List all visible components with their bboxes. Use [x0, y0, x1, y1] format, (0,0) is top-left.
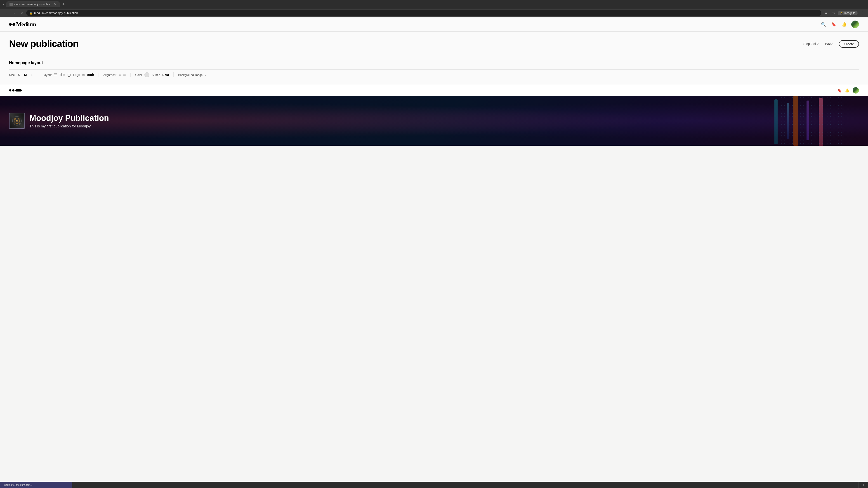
new-pub-section: New publication Step 2 of 2 Back Create — [0, 32, 868, 61]
search-button[interactable]: 🔍 — [820, 21, 827, 28]
url-input[interactable] — [34, 11, 818, 15]
logo-dot-2 — [12, 23, 15, 26]
status-bar: Waiting for medium.com... + — [0, 482, 868, 488]
preview-notifications-icon[interactable]: 🔔 — [845, 88, 849, 93]
alignment-label: Alignment — [103, 73, 116, 76]
layout-control-group: Layout ☰ Title ▢ Logo ⧉ Both — [38, 73, 99, 77]
tab-close-icon[interactable]: ✕ — [54, 3, 57, 6]
logo-dots — [9, 23, 15, 26]
bg-image-control-group: Background image ⌄ — [174, 73, 211, 76]
forward-nav-button[interactable]: → — [11, 10, 17, 16]
color-label: Color — [135, 73, 142, 76]
notifications-button[interactable]: 🔔 — [841, 21, 848, 28]
pub-logo-inner — [9, 113, 24, 128]
alignment-control-group: Alignment ≡ ≣ — [99, 73, 131, 77]
bookmarks-button[interactable]: 🔖 — [831, 21, 837, 28]
tab-title: medium.com/moodjoy-publica... — [14, 3, 52, 6]
status-tab-add-button[interactable]: + — [859, 482, 868, 488]
create-button[interactable]: Create — [839, 40, 859, 48]
medium-logo: Medium — [9, 21, 36, 28]
layout-title-option[interactable]: Title — [59, 73, 65, 76]
preview-medium-logo — [9, 89, 22, 92]
pub-logo-image — [9, 113, 25, 129]
address-bar[interactable]: 🔒 — [26, 10, 821, 16]
size-s-option[interactable]: S — [17, 72, 21, 77]
step-indicator: Step 2 of 2 — [803, 42, 819, 46]
tab-favicon — [9, 3, 13, 6]
align-center-icon[interactable]: ≣ — [123, 73, 126, 77]
new-pub-header: New publication Step 2 of 2 Back Create — [9, 38, 859, 49]
pub-description: This is my first publication for Moodjoy… — [29, 124, 109, 128]
page-content: Medium 🔍 🔖 🔔 New publication Step 2 of 2… — [0, 18, 868, 146]
color-bold-option[interactable]: Bold — [162, 73, 169, 76]
layout-controls: Size S M L Layout ☰ Title ▢ Logo ⧉ Both … — [9, 69, 859, 80]
layout-lines-icon[interactable]: ☰ — [54, 73, 57, 77]
logo-dot-1 — [9, 23, 12, 26]
page-title: New publication — [9, 38, 79, 49]
preview-mini-header: 🔖 🔔 — [0, 85, 868, 96]
medium-header: Medium 🔍 🔖 🔔 — [0, 18, 868, 32]
preview-nav-actions: 🔖 🔔 — [837, 87, 859, 94]
address-bar-row: ← → ✕ 🔒 ★ ▭ 🥷 Incognito ⋮ — [0, 8, 868, 18]
bg-image-dropdown[interactable]: Background image ⌄ — [178, 73, 206, 76]
color-picker[interactable] — [145, 72, 149, 77]
preview-logo-dot-2 — [12, 89, 14, 92]
pub-text-info: Moodjoy Publication This is my first pub… — [29, 113, 109, 128]
layout-label: Layout — [43, 73, 52, 76]
color-control-group: Color Subtle Bold — [131, 72, 174, 77]
browser-chrome: ‹ medium.com/moodjoy-publica... ✕ + ← → … — [0, 0, 868, 18]
publication-hero: Moodjoy Publication This is my first pub… — [0, 96, 868, 146]
preview-logo-dot-1 — [9, 89, 11, 92]
hero-overlay — [0, 96, 868, 146]
incognito-badge[interactable]: 🥷 Incognito — [838, 11, 858, 15]
pub-hero-content: Moodjoy Publication This is my first pub… — [0, 113, 118, 129]
new-pub-actions: Step 2 of 2 Back Create — [803, 40, 859, 48]
layout-section-title: Homepage layout — [9, 61, 859, 65]
incognito-icon: 🥷 — [840, 11, 843, 15]
tab-bar: ‹ medium.com/moodjoy-publica... ✕ + — [0, 0, 868, 8]
preview-bookmarks-icon[interactable]: 🔖 — [837, 88, 842, 93]
back-button[interactable]: Back — [822, 41, 835, 47]
new-tab-button[interactable]: + — [61, 2, 67, 7]
tab-nav-prev[interactable]: ‹ — [2, 2, 5, 7]
status-loading: Waiting for medium.com... — [0, 482, 72, 488]
back-nav-button[interactable]: ← — [3, 10, 9, 16]
preview-avatar[interactable] — [852, 87, 859, 94]
bookmark-star-button[interactable]: ★ — [823, 10, 829, 16]
layout-both-icon[interactable]: ⧉ — [82, 73, 85, 77]
color-subtle-option[interactable]: Subtle — [152, 73, 160, 76]
status-loading-text: Waiting for medium.com... — [0, 482, 72, 488]
lock-icon: 🔒 — [29, 11, 33, 15]
align-left-icon[interactable]: ≡ — [119, 73, 121, 77]
active-tab[interactable]: medium.com/moodjoy-publica... ✕ — [6, 1, 59, 7]
logo-text: Medium — [16, 21, 36, 28]
reader-mode-button[interactable]: ▭ — [830, 10, 836, 16]
preview-area: 🔖 🔔 — [0, 85, 868, 146]
size-l-option[interactable]: L — [30, 72, 33, 77]
pub-name: Moodjoy Publication — [29, 113, 109, 123]
layout-square-icon[interactable]: ▢ — [67, 73, 71, 77]
incognito-label: Incognito — [844, 11, 855, 15]
size-control-group: Size S M L — [9, 72, 38, 77]
browser-actions: ★ ▭ 🥷 Incognito ⋮ — [823, 10, 865, 16]
size-label: Size — [9, 73, 15, 76]
user-avatar[interactable] — [851, 21, 859, 28]
layout-section: Homepage layout Size S M L Layout ☰ Titl… — [0, 61, 868, 85]
reload-button[interactable]: ✕ — [19, 10, 24, 16]
svg-point-6 — [16, 120, 18, 122]
preview-logo-line — [16, 89, 22, 92]
bg-image-label: Background image — [178, 73, 203, 76]
layout-logo-option[interactable]: Logo — [73, 73, 80, 76]
medium-nav-actions: 🔍 🔖 🔔 — [820, 21, 859, 28]
layout-both-option[interactable]: Both — [87, 73, 94, 76]
size-m-option[interactable]: M — [23, 72, 28, 77]
browser-menu-button[interactable]: ⋮ — [859, 10, 865, 16]
chevron-down-icon: ⌄ — [204, 73, 206, 76]
